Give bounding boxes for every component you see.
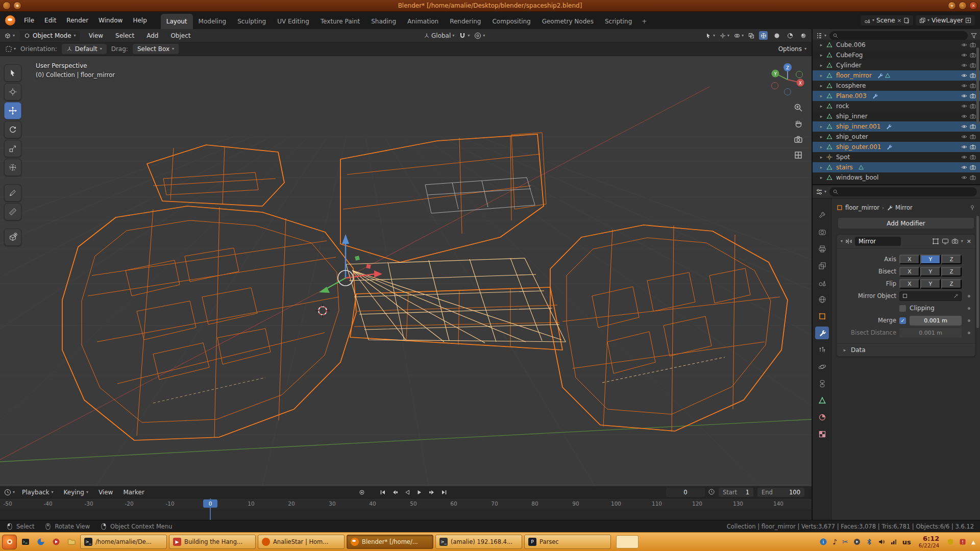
outliner-scrollbar[interactable] bbox=[976, 47, 979, 124]
tab-particles-icon[interactable] bbox=[815, 343, 829, 356]
hide-viewport-toggle[interactable] bbox=[961, 83, 967, 89]
workspace-tab-scripting[interactable]: Scripting bbox=[599, 14, 638, 29]
next-keyframe-button[interactable] bbox=[427, 488, 436, 496]
hide-viewport-toggle[interactable] bbox=[961, 113, 967, 119]
network-tray-icon[interactable] bbox=[890, 538, 897, 545]
outliner-row[interactable]: ▸ship_inner.001 bbox=[813, 121, 980, 132]
add-modifier-button[interactable]: Add Modifier bbox=[838, 217, 974, 229]
auto-key-toggle[interactable] bbox=[357, 488, 366, 496]
frame-start-field[interactable]: Start1 bbox=[719, 488, 753, 497]
hide-viewport-toggle[interactable] bbox=[961, 103, 967, 109]
merge-threshold-field[interactable]: 0.001 m bbox=[910, 316, 962, 325]
hide-viewport-toggle[interactable] bbox=[961, 42, 967, 48]
window-titlebar[interactable]: ◉ Blender* [/home/amalie/Desktop/blender… bbox=[0, 0, 980, 12]
properties-scrollbar[interactable] bbox=[976, 216, 979, 328]
media-tray-icon[interactable] bbox=[853, 538, 861, 545]
proportional-editing-toggle[interactable]: ▾ bbox=[474, 32, 485, 39]
drag-dropdown[interactable]: Select Box▾ bbox=[133, 44, 179, 54]
volume-tray-icon[interactable] bbox=[878, 538, 885, 545]
disable-render-toggle[interactable] bbox=[970, 154, 976, 160]
bisect-distance-field[interactable]: 0.001 m bbox=[899, 328, 962, 338]
menu-select[interactable]: Select bbox=[112, 31, 138, 41]
launcher-terminal-icon[interactable] bbox=[19, 535, 32, 548]
zoom-icon[interactable] bbox=[794, 103, 803, 112]
outliner-row[interactable]: ▸floor_mirror bbox=[813, 70, 980, 81]
clipping-checkbox[interactable]: Clipping bbox=[899, 305, 962, 312]
disclosure-caret-icon[interactable]: ▸ bbox=[819, 114, 824, 119]
disable-render-toggle[interactable] bbox=[970, 134, 976, 140]
outliner-row[interactable]: ▸Cube.006 bbox=[813, 40, 980, 50]
outliner-search-input[interactable] bbox=[829, 31, 968, 40]
render-display-toggle-icon[interactable] bbox=[951, 238, 959, 245]
outliner-row[interactable]: ▸rock bbox=[813, 101, 980, 111]
launcher-browser-icon[interactable] bbox=[34, 535, 47, 548]
shading-wireframe-button[interactable] bbox=[759, 31, 768, 40]
new-layer-icon[interactable] bbox=[965, 17, 971, 23]
tab-object-icon[interactable] bbox=[815, 310, 829, 322]
workspace-tab-shading[interactable]: Shading bbox=[365, 14, 402, 29]
outliner-row[interactable]: ▸Spot bbox=[813, 152, 980, 162]
disable-render-toggle[interactable] bbox=[970, 93, 976, 99]
pin-icon[interactable] bbox=[969, 205, 975, 211]
workspace-tab-modeling[interactable]: Modeling bbox=[193, 14, 232, 29]
window-menu-icon[interactable]: ◉ bbox=[13, 2, 21, 10]
axis-x-button[interactable]: X bbox=[899, 255, 920, 264]
outliner-row[interactable]: ▸CubeFog bbox=[813, 50, 980, 60]
disable-render-toggle[interactable] bbox=[970, 52, 976, 58]
tab-material-icon[interactable] bbox=[815, 411, 829, 423]
tab-modifiers-icon[interactable] bbox=[815, 327, 829, 339]
outliner-row[interactable]: ▸Cylinder bbox=[813, 60, 980, 70]
workspace-tab-uv-editing[interactable]: UV Editing bbox=[272, 14, 315, 29]
view-layer-selector[interactable]: ▾ ViewLayer bbox=[916, 15, 975, 26]
gizmos-dropdown[interactable]: ▾ bbox=[720, 33, 729, 39]
disable-render-toggle[interactable] bbox=[970, 144, 976, 150]
axis-y-button[interactable]: Y bbox=[920, 255, 941, 264]
app-menu-button[interactable] bbox=[2, 535, 17, 549]
panel-collapse-caret-icon[interactable]: ▾ bbox=[841, 239, 843, 243]
disclosure-caret-icon[interactable]: ▸ bbox=[819, 93, 824, 98]
bisect-y-button[interactable]: Y bbox=[920, 267, 941, 277]
desktop-pager[interactable] bbox=[616, 535, 639, 548]
hide-viewport-toggle[interactable] bbox=[961, 174, 967, 181]
bisect-z-button[interactable]: Z bbox=[941, 267, 962, 277]
disable-render-toggle[interactable] bbox=[970, 42, 976, 48]
disclosure-caret-icon[interactable]: ▸ bbox=[819, 124, 824, 129]
info-tray-icon[interactable]: i bbox=[819, 538, 827, 546]
current-frame-field[interactable]: 0 bbox=[666, 488, 705, 497]
disable-render-toggle[interactable] bbox=[970, 123, 976, 130]
axis-z-button[interactable]: Z bbox=[941, 255, 962, 264]
outliner-row[interactable]: ▸windows_bool bbox=[813, 172, 980, 183]
flip-x-button[interactable]: X bbox=[899, 279, 920, 289]
editor-type-selector[interactable]: ▾ bbox=[4, 32, 15, 39]
disclosure-caret-icon[interactable]: ▸ bbox=[819, 175, 824, 180]
menu-marker[interactable]: Marker bbox=[120, 488, 147, 497]
hide-viewport-toggle[interactable] bbox=[961, 134, 967, 140]
menu-view-timeline[interactable]: View bbox=[95, 488, 116, 497]
disable-render-toggle[interactable] bbox=[970, 164, 976, 170]
add-cube-tool-button[interactable] bbox=[4, 229, 21, 246]
tab-object-data-icon[interactable] bbox=[815, 394, 829, 407]
xray-toggle[interactable] bbox=[748, 33, 754, 39]
shield-tray-icon[interactable] bbox=[947, 538, 954, 545]
mode-dropdown[interactable]: Object Mode▾ bbox=[20, 31, 80, 41]
tab-physics-icon[interactable] bbox=[815, 360, 829, 373]
select-box-tool-button[interactable] bbox=[4, 64, 21, 82]
disable-render-toggle[interactable] bbox=[970, 72, 976, 79]
3d-viewport[interactable]: User Perspective (0) Collection | floor_… bbox=[0, 56, 812, 486]
hide-viewport-toggle[interactable] bbox=[961, 93, 967, 99]
new-scene-icon[interactable] bbox=[903, 17, 910, 23]
menu-window[interactable]: Window bbox=[94, 14, 127, 27]
taskbar-window-browser-2[interactable]: AnalieStar | Hom... bbox=[258, 535, 345, 549]
eyedropper-icon[interactable] bbox=[953, 293, 959, 298]
disable-render-toggle[interactable] bbox=[970, 174, 976, 181]
disable-render-toggle[interactable] bbox=[970, 113, 976, 119]
data-subpanel-header[interactable]: ▸ Data bbox=[837, 343, 975, 356]
spaceship-wireframe[interactable] bbox=[62, 133, 788, 440]
menu-file[interactable]: File bbox=[19, 14, 39, 27]
close-button[interactable]: ✕ bbox=[969, 2, 977, 10]
mirror-object-field[interactable] bbox=[899, 291, 962, 301]
shading-solid-button[interactable] bbox=[772, 31, 781, 40]
disclosure-caret-icon[interactable]: ▸ bbox=[819, 104, 824, 109]
rotate-tool-button[interactable] bbox=[4, 121, 21, 138]
viewport-canvas[interactable] bbox=[0, 56, 812, 486]
